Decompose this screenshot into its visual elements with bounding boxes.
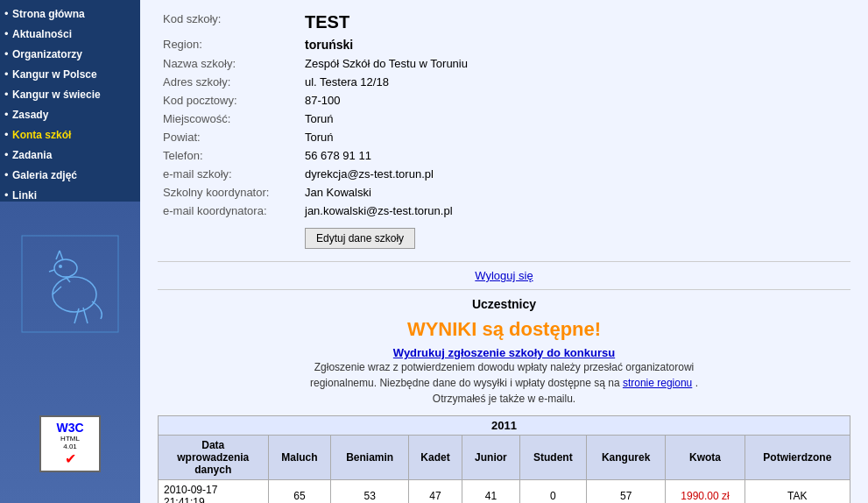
svg-rect-11 [22, 236, 118, 332]
sidebar-item-strona-glowna: Strona główna [0, 4, 140, 24]
sidebar-item-konta-szkol: Konta szkół [0, 124, 140, 145]
col-student: Student [519, 436, 586, 480]
sidebar-item-aktualnosci: Aktualności [0, 24, 140, 44]
wyniki-title: WYNIKI są dostępne! [158, 318, 850, 341]
miejscowosc-value: Toruń [301, 110, 849, 127]
region-value: toruński [301, 36, 849, 53]
school-koordynator-row: Szkolny koordynator: Jan Kowalski [159, 184, 849, 201]
sidebar-link-kangur-swiat[interactable]: Kangur w świecie [12, 89, 101, 101]
print-desc-1: Zgłoszenie wraz z potwierdzeniem dowodu … [314, 361, 695, 373]
label-kodpocz: Kod pocztowy: [159, 92, 300, 109]
email-koord-value: jan.kowalski@zs-test.torun.pl [301, 202, 849, 219]
sidebar-item-zasady: Zasady [0, 104, 140, 124]
sidebar-link-strona-glowna[interactable]: Strona główna [12, 8, 85, 20]
school-region-row: Region: toruński [159, 36, 849, 53]
label-nazwa: Nazwa szkoły: [159, 55, 300, 72]
label-telefon: Telefon: [159, 147, 300, 164]
svg-rect-0 [18, 231, 123, 337]
school-email-row: e-mail szkoły: dyrekcja@zs-test.torun.pl [159, 166, 849, 182]
col-potwierdzone: Potwierdzone [745, 436, 850, 480]
nazwa-value: Zespół Szkół do Testu w Toruniu [301, 55, 849, 72]
col-kwota: Kwota [666, 436, 745, 480]
label-email-szkoly: e-mail szkoły: [159, 166, 300, 182]
cell-maluch: 65 [268, 480, 331, 504]
sidebar-item-organizatorzy: Organizatorzy [0, 44, 140, 64]
table-row: 2010-09-1721:41:19655347410571990.00 złT… [159, 480, 850, 504]
results-table: 2011 Datawprowadzeniadanych Maluch Benia… [158, 415, 850, 503]
sidebar-link-organizatorzy[interactable]: Organizatorzy [12, 48, 82, 60]
sidebar-item-galeria: Galeria zdjęć [0, 165, 140, 185]
sidebar-link-zasady[interactable]: Zasady [12, 109, 48, 121]
year-cell: 2011 [159, 416, 850, 436]
school-edit-row: Edytuj dane szkoły [159, 221, 849, 251]
label-powiat: Powiat: [159, 129, 300, 145]
region-link[interactable]: stronie regionu [623, 377, 692, 389]
cell-student: 0 [519, 480, 586, 504]
print-desc: Zgłoszenie wraz z potwierdzeniem dowodu … [158, 359, 850, 407]
print-section: Wydrukuj zgłoszenie szkoły do konkursu Z… [158, 346, 850, 407]
powiat-value: Toruń [301, 129, 849, 145]
school-adres-row: Adres szkoły: ul. Testera 12/18 [159, 74, 849, 90]
results-container: 2011 Datawprowadzeniadanych Maluch Benia… [158, 415, 850, 503]
col-kadet: Kadet [408, 436, 462, 480]
cell-kwota: 1990.00 zł [666, 480, 745, 504]
col-kangurek: Kangurek [586, 436, 665, 480]
print-desc-3: . [695, 377, 698, 389]
col-maluch: Maluch [268, 436, 331, 480]
w3c-checkmark: ✔ [46, 450, 94, 467]
koordynator-value: Jan Kowalski [301, 184, 849, 201]
sidebar-link-zadania[interactable]: Zadania [12, 149, 52, 161]
sidebar-logo [0, 223, 140, 345]
col-junior: Junior [462, 436, 520, 480]
svg-line-3 [60, 251, 63, 260]
logout-link[interactable]: Wyloguj się [475, 269, 533, 282]
cell-kangurek: 57 [586, 480, 665, 504]
school-info-table: Kod szkoły: TEST Region: toruński Nazwa … [158, 9, 850, 252]
sidebar-item-linki: Linki [0, 185, 140, 205]
svg-point-10 [59, 265, 62, 268]
school-nazwa-row: Nazwa szkoły: Zespół Szkół do Testu w To… [159, 55, 849, 72]
print-desc-2: regionalnemu. Niezbędne dane do wysyłki … [310, 377, 620, 389]
sidebar-link-konta-szkol[interactable]: Konta szkół [12, 129, 71, 141]
label-kod: Kod szkoły: [159, 11, 300, 34]
email-szkoly-value: dyrekcja@zs-test.torun.pl [301, 166, 849, 182]
svg-line-8 [74, 308, 79, 323]
print-link[interactable]: Wydrukuj zgłoszenie szkoły do konkursu [393, 346, 615, 359]
sidebar-link-linki[interactable]: Linki [12, 189, 37, 202]
school-powiat-row: Powiat: Toruń [159, 129, 849, 145]
main-content: Kod szkoły: TEST Region: toruński Nazwa … [140, 0, 868, 503]
col-beniamin: Beniamin [331, 436, 409, 480]
edit-school-button[interactable]: Edytuj dane szkoły [305, 228, 415, 249]
nav-list: Strona głównaAktualnościOrganizatorzyKan… [0, 0, 140, 205]
table-header-row: Datawprowadzeniadanych Maluch Beniamin K… [159, 436, 850, 480]
sidebar-link-aktualnosci[interactable]: Aktualności [12, 28, 72, 40]
kod-value: TEST [301, 11, 849, 34]
col-date: Datawprowadzeniadanych [159, 436, 269, 480]
label-region: Region: [159, 36, 300, 53]
sidebar-link-kangur-polska[interactable]: Kangur w Polsce [12, 68, 97, 81]
label-email-koord: e-mail koordynatora: [159, 202, 300, 219]
svg-line-4 [56, 251, 60, 259]
label-adres: Adres szkoły: [159, 74, 300, 90]
cell-kadet: 47 [408, 480, 462, 504]
svg-line-5 [49, 270, 54, 272]
adres-value: ul. Testera 12/18 [301, 74, 849, 90]
w3c-version: 4.01 [46, 443, 94, 450]
cell-potwierdzone: TAK [745, 480, 850, 504]
label-koordynator: Szkolny koordynator: [159, 184, 300, 201]
print-desc-4: Otrzymałeś je także w e-mailu. [433, 393, 575, 405]
label-miejscowosc: Miejscowość: [159, 110, 300, 127]
w3c-title: W3C [46, 421, 94, 435]
kodpocz-value: 87-100 [301, 92, 849, 109]
w3c-sub: HTML [46, 435, 94, 443]
school-kodpocz-row: Kod pocztowy: 87-100 [159, 92, 849, 109]
sidebar-item-zadania: Zadania [0, 145, 140, 165]
svg-point-2 [54, 259, 77, 277]
sidebar-link-galeria[interactable]: Galeria zdjęć [12, 169, 77, 181]
participants-title: Uczestnicy [158, 297, 850, 311]
cell-date: 2010-09-1721:41:19 [159, 480, 269, 504]
school-telefon-row: Telefon: 56 678 91 11 [159, 147, 849, 164]
svg-point-1 [53, 277, 96, 312]
school-code-row: Kod szkoły: TEST [159, 11, 849, 34]
cell-junior: 41 [462, 480, 520, 504]
